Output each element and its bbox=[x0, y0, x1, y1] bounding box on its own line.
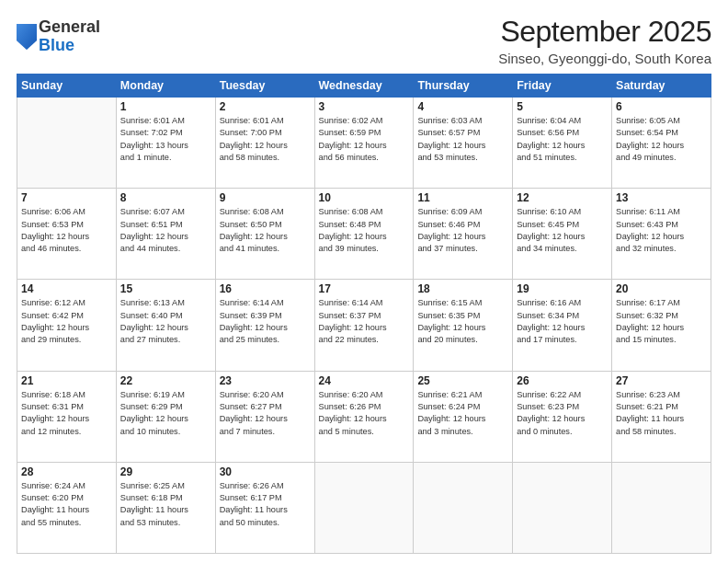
day-number: 2 bbox=[220, 100, 311, 113]
calendar-cell: 29Sunrise: 6:25 AM Sunset: 6:18 PM Dayli… bbox=[116, 462, 215, 553]
sun-info: Sunrise: 6:03 AM Sunset: 6:57 PM Dayligh… bbox=[417, 115, 508, 164]
calendar-cell bbox=[612, 462, 711, 553]
day-number: 28 bbox=[21, 465, 112, 478]
logo: General Blue bbox=[17, 18, 100, 55]
calendar-cell: 8Sunrise: 6:07 AM Sunset: 6:51 PM Daylig… bbox=[116, 189, 215, 280]
sun-info: Sunrise: 6:21 AM Sunset: 6:24 PM Dayligh… bbox=[417, 389, 508, 438]
calendar-cell: 28Sunrise: 6:24 AM Sunset: 6:20 PM Dayli… bbox=[17, 462, 117, 553]
sun-info: Sunrise: 6:19 AM Sunset: 6:29 PM Dayligh… bbox=[120, 389, 211, 438]
day-number: 8 bbox=[120, 191, 211, 204]
logo-text: General Blue bbox=[39, 18, 100, 55]
calendar-cell: 5Sunrise: 6:04 AM Sunset: 6:56 PM Daylig… bbox=[513, 98, 612, 189]
sun-info: Sunrise: 6:10 AM Sunset: 6:45 PM Dayligh… bbox=[517, 206, 608, 255]
day-number: 6 bbox=[616, 100, 707, 113]
calendar-cell: 11Sunrise: 6:09 AM Sunset: 6:46 PM Dayli… bbox=[414, 189, 513, 280]
day-number: 20 bbox=[616, 282, 707, 295]
calendar-week-row: 7Sunrise: 6:06 AM Sunset: 6:53 PM Daylig… bbox=[17, 189, 711, 280]
calendar-cell: 6Sunrise: 6:05 AM Sunset: 6:54 PM Daylig… bbox=[612, 98, 711, 189]
sun-info: Sunrise: 6:01 AM Sunset: 7:02 PM Dayligh… bbox=[120, 115, 211, 164]
calendar-cell bbox=[314, 462, 414, 553]
sun-info: Sunrise: 6:22 AM Sunset: 6:23 PM Dayligh… bbox=[517, 389, 608, 438]
day-number: 1 bbox=[120, 100, 211, 113]
calendar-cell: 18Sunrise: 6:15 AM Sunset: 6:35 PM Dayli… bbox=[414, 280, 513, 371]
calendar-cell: 20Sunrise: 6:17 AM Sunset: 6:32 PM Dayli… bbox=[612, 280, 711, 371]
header: General Blue September 2025 Sinseo, Gyeo… bbox=[17, 15, 711, 66]
calendar-cell: 12Sunrise: 6:10 AM Sunset: 6:45 PM Dayli… bbox=[513, 189, 612, 280]
calendar-cell: 7Sunrise: 6:06 AM Sunset: 6:53 PM Daylig… bbox=[17, 189, 117, 280]
day-number: 4 bbox=[417, 100, 508, 113]
calendar-day-header: Saturday bbox=[612, 75, 711, 98]
sun-info: Sunrise: 6:08 AM Sunset: 6:48 PM Dayligh… bbox=[319, 206, 410, 255]
title-block: September 2025 Sinseo, Gyeonggi-do, Sout… bbox=[498, 15, 711, 66]
calendar-cell: 17Sunrise: 6:14 AM Sunset: 6:37 PM Dayli… bbox=[314, 280, 414, 371]
day-number: 26 bbox=[517, 374, 608, 387]
logo-icon bbox=[17, 24, 37, 50]
calendar-cell: 30Sunrise: 6:26 AM Sunset: 6:17 PM Dayli… bbox=[215, 462, 314, 553]
sun-info: Sunrise: 6:18 AM Sunset: 6:31 PM Dayligh… bbox=[21, 389, 112, 438]
calendar-cell bbox=[17, 98, 117, 189]
day-number: 7 bbox=[21, 191, 112, 204]
calendar-week-row: 1Sunrise: 6:01 AM Sunset: 7:02 PM Daylig… bbox=[17, 98, 711, 189]
calendar-cell: 21Sunrise: 6:18 AM Sunset: 6:31 PM Dayli… bbox=[17, 371, 117, 462]
calendar-cell: 23Sunrise: 6:20 AM Sunset: 6:27 PM Dayli… bbox=[215, 371, 314, 462]
calendar-cell: 16Sunrise: 6:14 AM Sunset: 6:39 PM Dayli… bbox=[215, 280, 314, 371]
day-number: 16 bbox=[220, 282, 311, 295]
sun-info: Sunrise: 6:01 AM Sunset: 7:00 PM Dayligh… bbox=[220, 115, 311, 164]
day-number: 30 bbox=[220, 465, 311, 478]
calendar-header-row: SundayMondayTuesdayWednesdayThursdayFrid… bbox=[17, 75, 711, 98]
day-number: 18 bbox=[417, 282, 508, 295]
sun-info: Sunrise: 6:12 AM Sunset: 6:42 PM Dayligh… bbox=[21, 297, 112, 346]
day-number: 15 bbox=[120, 282, 211, 295]
day-number: 27 bbox=[616, 374, 707, 387]
day-number: 17 bbox=[319, 282, 410, 295]
day-number: 21 bbox=[21, 374, 112, 387]
day-number: 25 bbox=[417, 374, 508, 387]
sun-info: Sunrise: 6:04 AM Sunset: 6:56 PM Dayligh… bbox=[517, 115, 608, 164]
calendar-cell: 15Sunrise: 6:13 AM Sunset: 6:40 PM Dayli… bbox=[116, 280, 215, 371]
sun-info: Sunrise: 6:15 AM Sunset: 6:35 PM Dayligh… bbox=[417, 297, 508, 346]
sun-info: Sunrise: 6:16 AM Sunset: 6:34 PM Dayligh… bbox=[517, 297, 608, 346]
month-title: September 2025 bbox=[498, 15, 711, 49]
calendar-week-row: 14Sunrise: 6:12 AM Sunset: 6:42 PM Dayli… bbox=[17, 280, 711, 371]
sun-info: Sunrise: 6:08 AM Sunset: 6:50 PM Dayligh… bbox=[220, 206, 311, 255]
sun-info: Sunrise: 6:05 AM Sunset: 6:54 PM Dayligh… bbox=[616, 115, 707, 164]
day-number: 22 bbox=[120, 374, 211, 387]
sun-info: Sunrise: 6:24 AM Sunset: 6:20 PM Dayligh… bbox=[21, 480, 112, 529]
day-number: 10 bbox=[319, 191, 410, 204]
calendar-table: SundayMondayTuesdayWednesdayThursdayFrid… bbox=[17, 74, 711, 554]
day-number: 12 bbox=[517, 191, 608, 204]
day-number: 23 bbox=[220, 374, 311, 387]
sun-info: Sunrise: 6:20 AM Sunset: 6:26 PM Dayligh… bbox=[319, 389, 410, 438]
calendar-cell bbox=[414, 462, 513, 553]
sun-info: Sunrise: 6:23 AM Sunset: 6:21 PM Dayligh… bbox=[616, 389, 707, 438]
calendar-cell bbox=[513, 462, 612, 553]
logo-blue: Blue bbox=[39, 37, 100, 55]
calendar-cell: 24Sunrise: 6:20 AM Sunset: 6:26 PM Dayli… bbox=[314, 371, 414, 462]
calendar-cell: 3Sunrise: 6:02 AM Sunset: 6:59 PM Daylig… bbox=[314, 98, 414, 189]
sun-info: Sunrise: 6:26 AM Sunset: 6:17 PM Dayligh… bbox=[220, 480, 311, 529]
sun-info: Sunrise: 6:14 AM Sunset: 6:39 PM Dayligh… bbox=[220, 297, 311, 346]
calendar-cell: 13Sunrise: 6:11 AM Sunset: 6:43 PM Dayli… bbox=[612, 189, 711, 280]
calendar-cell: 2Sunrise: 6:01 AM Sunset: 7:00 PM Daylig… bbox=[215, 98, 314, 189]
sun-info: Sunrise: 6:07 AM Sunset: 6:51 PM Dayligh… bbox=[120, 206, 211, 255]
page: General Blue September 2025 Sinseo, Gyeo… bbox=[0, 0, 728, 563]
calendar-day-header: Wednesday bbox=[314, 75, 414, 98]
logo-general: General bbox=[39, 18, 100, 37]
day-number: 13 bbox=[616, 191, 707, 204]
sun-info: Sunrise: 6:14 AM Sunset: 6:37 PM Dayligh… bbox=[319, 297, 410, 346]
day-number: 11 bbox=[417, 191, 508, 204]
sun-info: Sunrise: 6:09 AM Sunset: 6:46 PM Dayligh… bbox=[417, 206, 508, 255]
calendar-cell: 25Sunrise: 6:21 AM Sunset: 6:24 PM Dayli… bbox=[414, 371, 513, 462]
sun-info: Sunrise: 6:02 AM Sunset: 6:59 PM Dayligh… bbox=[319, 115, 410, 164]
day-number: 5 bbox=[517, 100, 608, 113]
calendar-cell: 9Sunrise: 6:08 AM Sunset: 6:50 PM Daylig… bbox=[215, 189, 314, 280]
calendar-cell: 27Sunrise: 6:23 AM Sunset: 6:21 PM Dayli… bbox=[612, 371, 711, 462]
calendar-day-header: Friday bbox=[513, 75, 612, 98]
sun-info: Sunrise: 6:20 AM Sunset: 6:27 PM Dayligh… bbox=[220, 389, 311, 438]
sun-info: Sunrise: 6:17 AM Sunset: 6:32 PM Dayligh… bbox=[616, 297, 707, 346]
calendar-cell: 22Sunrise: 6:19 AM Sunset: 6:29 PM Dayli… bbox=[116, 371, 215, 462]
sun-info: Sunrise: 6:13 AM Sunset: 6:40 PM Dayligh… bbox=[120, 297, 211, 346]
sun-info: Sunrise: 6:06 AM Sunset: 6:53 PM Dayligh… bbox=[21, 206, 112, 255]
calendar-cell: 4Sunrise: 6:03 AM Sunset: 6:57 PM Daylig… bbox=[414, 98, 513, 189]
calendar-day-header: Thursday bbox=[414, 75, 513, 98]
